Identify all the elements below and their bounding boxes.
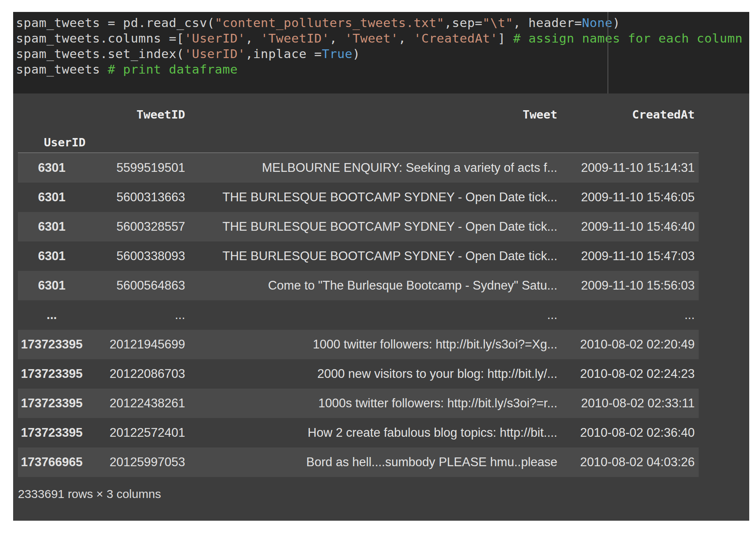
table-body: 6301 5599519501 MELBOURNE ENQUIRY: Seeki… (18, 153, 699, 477)
cell-userid: 173723395 (18, 337, 86, 352)
notebook-page: spam_tweets = pd.read_csv("content_pollu… (13, 12, 749, 521)
cell-tweet: THE BURLESQUE BOOTCAMP SYDNEY - Open Dat… (185, 220, 557, 234)
code-token: spam_tweets (16, 62, 108, 76)
column-header-tweet: Tweet (185, 108, 557, 121)
code-token: ,sep= (444, 16, 483, 30)
code-cell[interactable]: spam_tweets = pd.read_csv("content_pollu… (13, 12, 749, 93)
table-row: 6301 5600338093 THE BURLESQUE BOOTCAMP S… (18, 241, 699, 271)
column-header-createdat: CreatedAt (557, 108, 699, 121)
cell-createdat: 2010-08-02 02:33:11 (557, 396, 699, 411)
string-token: 'Tweet' (345, 31, 399, 45)
table-row: ... ... ... ... (18, 300, 699, 330)
code-token: , (330, 31, 345, 45)
header-spacer (86, 149, 185, 152)
comment-token: # print dataframe (108, 62, 238, 76)
editor-ruler-line (608, 12, 608, 93)
cell-tweet: How 2 create fabulous blog topics: http:… (185, 426, 557, 440)
column-header-row: TweetID Tweet CreatedAt (18, 93, 699, 121)
cell-createdat: 2010-08-02 02:24:23 (557, 367, 699, 381)
cell-tweetid: 5600328557 (86, 220, 185, 234)
cell-tweet: Come to "The Burlesque Bootcamp - Sydney… (185, 278, 557, 293)
table-row: 6301 5600313663 THE BURLESQUE BOOTCAMP S… (18, 183, 699, 212)
dataframe-summary: 2333691 rows × 3 columns (18, 487, 749, 501)
header-spacer (557, 149, 699, 152)
cell-createdat: 2009-11-10 15:56:03 (557, 278, 699, 293)
cell-tweet: Bord as hell....sumbody PLEASE hmu..plea… (185, 455, 557, 469)
cell-tweetid: 20125997053 (86, 455, 185, 469)
code-token: spam_tweets.columns =[ (16, 31, 184, 45)
cell-tweetid: 20122572401 (86, 426, 185, 440)
cell-userid: 6301 (18, 190, 86, 204)
cell-tweet: MELBOURNE ENQUIRY: Seeking a variety of … (185, 161, 557, 175)
string-token: 'UserID' (184, 47, 246, 61)
dataframe-table: TweetID Tweet CreatedAt UserID 6301 5599… (18, 93, 699, 477)
cell-tweetid: 5600313663 (86, 190, 185, 204)
cell-createdat: ... (557, 308, 699, 322)
cell-tweetid: 5600564863 (86, 278, 185, 293)
code-token: ,inplace = (245, 47, 322, 61)
dataframe-output: TweetID Tweet CreatedAt UserID 6301 5599… (13, 93, 749, 521)
cell-tweet: THE BURLESQUE BOOTCAMP SYDNEY - Open Dat… (185, 190, 557, 204)
table-row: 6301 5599519501 MELBOURNE ENQUIRY: Seeki… (18, 153, 699, 183)
cell-userid: 173723395 (18, 367, 86, 381)
cell-tweet: ... (185, 308, 557, 322)
string-token: 'UserID' (184, 31, 246, 45)
index-header-row: UserID (18, 121, 699, 152)
cell-userid: 6301 (18, 161, 86, 175)
table-row: 6301 5600328557 THE BURLESQUE BOOTCAMP S… (18, 212, 699, 241)
cell-tweet: 2000 new visitors to your blog: http://b… (185, 367, 557, 381)
table-row: 173766965 20125997053 Bord as hell....su… (18, 448, 699, 477)
code-token: spam_tweets = pd.read_csv( (16, 16, 215, 30)
cell-userid: 6301 (18, 278, 86, 293)
code-line-2: spam_tweets.columns =['UserID', 'TweetID… (16, 31, 749, 46)
cell-createdat: 2009-11-10 15:47:03 (557, 249, 699, 263)
cell-userid: 173723395 (18, 426, 86, 440)
cell-tweetid: 20122438261 (86, 396, 185, 411)
cell-tweetid: 5599519501 (86, 161, 185, 175)
cell-userid: ... (18, 308, 86, 322)
cell-userid: 6301 (18, 220, 86, 234)
cell-userid: 173766965 (18, 455, 86, 469)
table-row: 173723395 20122572401 How 2 create fabul… (18, 418, 699, 448)
code-token: ] (498, 31, 513, 45)
header-spacer (185, 149, 557, 152)
code-token: spam_tweets.set_index( (16, 47, 184, 61)
cell-createdat: 2009-11-10 15:14:31 (557, 161, 699, 175)
cell-createdat: 2010-08-02 02:36:40 (557, 426, 699, 440)
keyword-token: True (322, 47, 353, 61)
cell-tweetid: 20122086703 (86, 367, 185, 381)
table-row: 6301 5600564863 Come to "The Burlesque B… (18, 271, 699, 300)
string-token: 'TweetID' (261, 31, 330, 45)
string-token: "content_polluters_tweets.txt" (215, 16, 444, 30)
cell-createdat: 2010-08-02 04:03:26 (557, 455, 699, 469)
code-token: , (399, 31, 414, 45)
comment-token: # assign names for each column (513, 31, 742, 45)
cell-tweetid: ... (86, 308, 185, 322)
column-header-tweetid: TweetID (86, 108, 185, 121)
cell-tweet: 1000s twitter followers: http://bit.ly/s… (185, 396, 557, 411)
code-line-3: spam_tweets.set_index('UserID',inplace =… (16, 46, 749, 62)
cell-tweet: THE BURLESQUE BOOTCAMP SYDNEY - Open Dat… (185, 249, 557, 263)
cell-tweetid: 20121945699 (86, 337, 185, 352)
string-token: 'CreatedAt' (414, 31, 498, 45)
table-row: 173723395 20122086703 2000 new visitors … (18, 359, 699, 389)
index-header-userid: UserID (18, 136, 86, 152)
code-token: , header= (513, 16, 582, 30)
code-line-4: spam_tweets # print dataframe (16, 62, 749, 77)
table-header: TweetID Tweet CreatedAt UserID (18, 93, 699, 153)
string-token: "\t" (483, 16, 513, 30)
code-token: , (245, 31, 260, 45)
table-row: 173723395 20121945699 1000 twitter follo… (18, 330, 699, 359)
cell-createdat: 2010-08-02 02:20:49 (557, 337, 699, 352)
cell-userid: 6301 (18, 249, 86, 263)
code-token: ) (613, 16, 620, 30)
cell-tweet: 1000 twitter followers: http://bit.ly/s3… (185, 337, 557, 352)
cell-userid: 173723395 (18, 396, 86, 411)
cell-createdat: 2009-11-10 15:46:05 (557, 190, 699, 204)
cell-createdat: 2009-11-10 15:46:40 (557, 220, 699, 234)
code-line-1: spam_tweets = pd.read_csv("content_pollu… (16, 15, 749, 31)
code-editor[interactable]: spam_tweets = pd.read_csv("content_pollu… (13, 12, 749, 77)
cell-tweetid: 5600338093 (86, 249, 185, 263)
table-row: 173723395 20122438261 1000s twitter foll… (18, 389, 699, 418)
code-token: ) (352, 47, 360, 61)
